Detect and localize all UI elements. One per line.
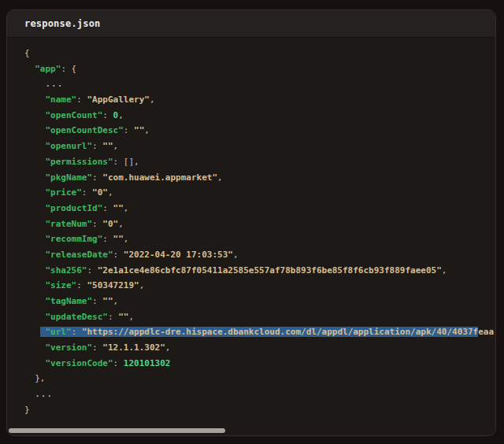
code-line: "permissions": [], <box>24 154 495 170</box>
code-line: ... <box>24 76 495 92</box>
code-line: } <box>24 402 495 418</box>
horizontal-scrollbar-thumb[interactable] <box>9 428 225 433</box>
code-line: "updateDesc": "", <box>24 309 495 325</box>
file-title: response.json <box>24 18 101 29</box>
code-line: "versionCode": 120101302 <box>24 356 495 372</box>
code-line: "version": "12.1.1.302", <box>24 340 495 356</box>
code-line: "productId": "", <box>24 201 495 216</box>
code-viewer-window: response.json { "app": { ... "name": "Ap… <box>6 9 496 436</box>
code-line-url-selected: "url": "https://appdlc-dre.hispace.dbank… <box>24 324 495 340</box>
window-titlebar: response.json <box>7 10 495 38</box>
code-line: "sha256": "2e1a1ce4e86cbfc87f05411a2585e… <box>24 263 495 279</box>
code-line: "recommImg": "", <box>24 231 495 247</box>
code-line: { <box>24 46 495 61</box>
code-line: "pkgName": "com.huawei.appmarket", <box>24 170 495 186</box>
code-line: "openCount": 0, <box>24 108 495 124</box>
selected-text: "https://appdlc-dre.hispace.dbankcloud.c… <box>82 327 478 337</box>
code-line: "name": "AppGallery", <box>24 92 495 108</box>
code-line: }, <box>24 371 495 387</box>
selected-text <box>40 327 46 337</box>
code-line: "releaseDate": "2022-04-20 17:03:53", <box>24 247 495 263</box>
selected-text: : <box>72 327 82 337</box>
code-line: "openCountDesc": "", <box>24 123 495 139</box>
code-line: ... <box>24 387 495 402</box>
code-line: "price": "0", <box>24 185 495 201</box>
code-line: "app": { <box>24 61 495 77</box>
code-line: "openurl": "", <box>24 139 495 154</box>
selected-text: "url" <box>46 327 72 337</box>
code-line: "rateNum": "0", <box>24 216 495 232</box>
code-line: "size": "50347219", <box>24 278 495 294</box>
json-code-block[interactable]: { "app": { ... "name": "AppGallery", "op… <box>7 39 495 424</box>
code-line: "tagName": "", <box>24 294 495 309</box>
